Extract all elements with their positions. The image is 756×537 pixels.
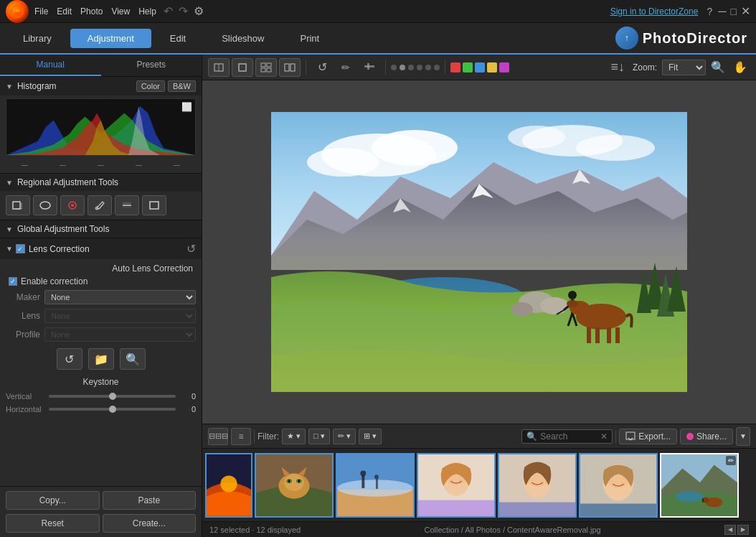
histogram-header[interactable]: ▼ Histogram Color B&W xyxy=(0,77,202,95)
refresh-btn[interactable]: ↺ xyxy=(57,348,82,370)
selection-oval-btn[interactable] xyxy=(33,195,57,215)
tab-presets[interactable]: Presets xyxy=(101,55,202,76)
global-tools-label: Global Adjustment Tools xyxy=(17,224,110,234)
lens-correction-header[interactable]: ▼ ✓ Lens Correction ↺ xyxy=(0,238,202,259)
thumb-cat[interactable] xyxy=(255,453,334,518)
regional-tools-header[interactable]: ▼ Regional Adjustment Tools xyxy=(0,174,202,191)
copy-button[interactable]: Copy... xyxy=(6,491,100,510)
keystone-section: Keystone Vertical 0 Horizontal xyxy=(0,374,202,419)
app-icon-small: ↑ xyxy=(615,27,638,50)
search-btn[interactable]: 🔍 xyxy=(120,348,146,370)
bw-btn[interactable]: B&W xyxy=(168,80,196,92)
back-icon[interactable]: ↶ xyxy=(164,4,173,18)
vertical-slider[interactable] xyxy=(49,395,176,398)
color-blue[interactable] xyxy=(475,62,485,73)
rotate-btn[interactable]: ↺ xyxy=(311,58,333,77)
magnifier-icon[interactable]: 🔍 xyxy=(708,58,728,77)
filter-adj-btn[interactable]: ✏ ▾ xyxy=(333,429,356,444)
view-grid-btn[interactable] xyxy=(255,58,277,77)
filter-flag-btn[interactable]: ⊞ ▾ xyxy=(359,429,382,444)
enable-checkbox[interactable]: ✓ xyxy=(9,277,17,286)
list-view-btn[interactable]: ⊟⊟⊟ xyxy=(208,428,228,445)
paste-button[interactable]: Paste xyxy=(103,491,197,510)
maker-row: Maker None xyxy=(0,288,202,307)
tab-print[interactable]: Print xyxy=(283,29,336,48)
color-purple[interactable] xyxy=(499,62,509,73)
horizontal-thumb[interactable] xyxy=(109,406,116,413)
thumb-woman1[interactable] xyxy=(417,453,496,518)
menu-edit[interactable]: Edit xyxy=(57,6,72,17)
reset-button[interactable]: Reset xyxy=(6,514,100,533)
tab-edit[interactable]: Edit xyxy=(153,29,203,48)
lens-dropdown[interactable]: None xyxy=(44,309,196,323)
export-button[interactable]: Export... xyxy=(619,429,677,444)
search-input[interactable] xyxy=(540,431,597,442)
share-pink-dot xyxy=(686,433,694,440)
create-button[interactable]: Create... xyxy=(103,514,197,533)
zoom-select[interactable]: Fit Fill 25% 50% 100% xyxy=(662,60,706,75)
lens-undo-icon[interactable]: ↺ xyxy=(186,242,196,256)
vertical-thumb[interactable] xyxy=(109,393,116,400)
horizontal-slider[interactable] xyxy=(49,408,176,411)
menu-file[interactable]: File xyxy=(34,6,48,17)
dot-1[interactable] xyxy=(391,65,397,70)
help-icon[interactable]: ? xyxy=(707,6,712,17)
view-single-btn[interactable] xyxy=(232,58,253,77)
status-selected: 12 selected · 12 displayed xyxy=(209,526,301,534)
share-dropdown-btn[interactable]: ▼ xyxy=(736,427,750,446)
tab-manual[interactable]: Manual xyxy=(0,55,101,76)
folder-btn[interactable]: 📁 xyxy=(88,348,114,370)
thumb-mountain[interactable]: ✏ xyxy=(660,453,739,518)
view-compare-btn[interactable] xyxy=(279,58,301,77)
dot-4[interactable] xyxy=(417,65,422,70)
scroll-left-btn[interactable]: ◀ xyxy=(724,525,736,535)
search-clear-btn[interactable]: ✕ xyxy=(600,431,608,442)
mask-btn[interactable] xyxy=(142,195,166,215)
dot-3[interactable] xyxy=(408,65,414,70)
color-btn[interactable]: Color xyxy=(136,80,165,92)
forward-icon[interactable]: ↷ xyxy=(179,4,188,18)
radial-filter-btn[interactable] xyxy=(60,195,85,215)
menu-help[interactable]: Help xyxy=(138,6,156,17)
thumb-woman3[interactable] xyxy=(579,453,658,518)
thumb-woman2[interactable] xyxy=(498,453,577,518)
sort-icon[interactable]: ≡↓ xyxy=(610,60,625,75)
histogram-expand-icon[interactable]: ⬜ xyxy=(181,102,192,112)
color-red[interactable] xyxy=(450,62,460,73)
global-tools-header[interactable]: ▼ Global Adjustment Tools xyxy=(0,220,202,238)
scroll-right-btn[interactable]: ▶ xyxy=(737,525,749,535)
sign-in-link[interactable]: Sign in to DirectorZone xyxy=(610,6,699,17)
settings-icon[interactable]: ⚙ xyxy=(194,4,204,18)
color-green[interactable] xyxy=(463,62,473,73)
menu-view[interactable]: View xyxy=(111,6,130,17)
tab-slideshow[interactable]: Slideshow xyxy=(204,29,281,48)
dot-6[interactable] xyxy=(434,65,440,70)
dot-5[interactable] xyxy=(425,65,431,70)
menu-photo[interactable]: Photo xyxy=(80,6,103,17)
detail-view-btn[interactable]: ≡ xyxy=(231,428,251,445)
color-yellow[interactable] xyxy=(487,62,497,73)
tab-adjustment[interactable]: Adjustment xyxy=(70,29,151,48)
adjust-btn[interactable]: ✏ xyxy=(335,58,356,77)
maximize-icon[interactable]: □ xyxy=(731,6,737,17)
gradient-tool-btn[interactable] xyxy=(115,195,139,215)
close-icon[interactable]: ✕ xyxy=(741,4,750,18)
maker-dropdown[interactable]: None xyxy=(44,290,196,304)
filter-all-btn[interactable]: ★ ▾ xyxy=(282,429,306,444)
svg-point-75 xyxy=(676,490,704,502)
view-fit-btn[interactable] xyxy=(208,58,230,77)
hand-icon[interactable]: ✋ xyxy=(730,58,750,77)
tab-library[interactable]: Library xyxy=(6,29,69,48)
thumb-beach[interactable] xyxy=(336,453,415,518)
svg-rect-13 xyxy=(267,68,271,72)
filter-type-btn[interactable]: □ ▾ xyxy=(308,429,330,444)
thumb-sunset[interactable] xyxy=(205,453,252,518)
selection-rect-btn[interactable] xyxy=(6,195,30,215)
brush-tool-btn[interactable] xyxy=(88,195,112,215)
dot-2[interactable] xyxy=(400,65,405,70)
heal-btn[interactable] xyxy=(359,58,380,77)
minimize-icon[interactable]: ─ xyxy=(718,5,726,18)
profile-dropdown[interactable]: None xyxy=(44,327,196,342)
lens-checkbox[interactable]: ✓ xyxy=(16,244,25,253)
share-button[interactable]: Share... xyxy=(680,429,733,444)
